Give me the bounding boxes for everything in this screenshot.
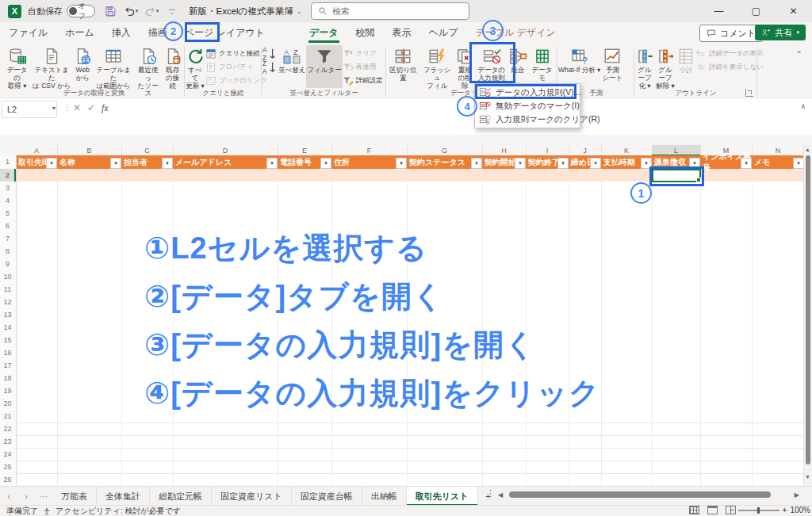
column-header-K[interactable]: K <box>601 145 653 155</box>
excel-logo-icon[interactable]: X <box>8 5 21 18</box>
row-number-6[interactable]: 6 <box>0 220 15 232</box>
search-input[interactable]: 検索 <box>311 2 469 20</box>
ribbon-button[interactable]: すべて 更新 ▾ <box>185 45 205 88</box>
name-box-caret-icon[interactable]: ▾ <box>52 105 56 112</box>
filter-dropdown-icon[interactable]: ▾ <box>46 158 57 169</box>
scroll-right-icon[interactable]: ▶ <box>795 491 799 499</box>
name-box[interactable]: L2 <box>2 101 57 118</box>
filter-dropdown-icon[interactable]: ▾ <box>162 158 173 169</box>
ribbon-button[interactable]: 既存 の接続 <box>162 45 183 88</box>
document-title[interactable]: 新版・Excelの複式事業簿 ⌄ <box>189 6 302 17</box>
row-number-23[interactable]: 23 <box>0 435 15 448</box>
filter-dropdown-icon[interactable]: ▾ <box>741 158 752 169</box>
autosave-switch-icon[interactable]: オフ <box>67 5 95 17</box>
ribbon-small-button[interactable]: ZA <box>262 61 278 74</box>
sheet-tab-3[interactable]: 固定資産リスト <box>212 487 292 506</box>
row-number-26[interactable]: 26 <box>0 473 15 486</box>
filter-dropdown-icon[interactable]: ▾ <box>557 158 569 169</box>
row-number-21[interactable]: 21 <box>0 410 15 422</box>
autosave-toggle[interactable]: 自動保存 オフ <box>28 5 95 17</box>
row-number-19[interactable]: 19 <box>0 384 15 397</box>
customize-button[interactable] <box>165 4 179 18</box>
row-number-12[interactable]: 12 <box>0 296 15 308</box>
column-header-G[interactable]: G <box>407 145 483 155</box>
column-header-A[interactable]: A <box>16 145 58 155</box>
ribbon-button[interactable]: データの 取得 ▾ <box>3 45 31 88</box>
column-header-N[interactable]: N <box>752 145 805 155</box>
row-number-10[interactable]: 10 <box>0 270 15 283</box>
row-number-17[interactable]: 17 <box>0 359 15 372</box>
row-number-15[interactable]: 15 <box>0 334 15 346</box>
sheet-tab-6[interactable]: 取引先リスト <box>407 487 478 506</box>
column-header-I[interactable]: I <box>526 145 569 155</box>
filter-dropdown-icon[interactable]: ▾ <box>515 158 526 169</box>
column-header-L[interactable]: L <box>652 145 701 155</box>
row-number-8[interactable]: 8 <box>0 245 15 258</box>
row-number-11[interactable]: 11 <box>0 283 15 296</box>
insert-function-icon[interactable]: fx <box>102 102 109 114</box>
ribbon-small-button[interactable]: クリア <box>343 48 383 60</box>
row-number-20[interactable]: 20 <box>0 397 15 410</box>
normal-view-icon[interactable] <box>689 506 699 514</box>
zoom-knob[interactable] <box>757 507 760 514</box>
column-header-D[interactable]: D <box>173 145 278 155</box>
sheet-prev-icon[interactable]: ‹ <box>0 487 17 506</box>
column-header-E[interactable]: E <box>278 145 332 155</box>
row-number-16[interactable]: 16 <box>0 346 15 359</box>
sheet-tab-2[interactable]: 総勘定元帳 <box>150 487 212 506</box>
ribbon-tab-7[interactable]: 表示 <box>384 23 420 43</box>
ribbon-tab-9[interactable]: テーブル デザイン <box>466 23 564 43</box>
row-number-7[interactable]: 7 <box>0 232 15 245</box>
ribbon-tab-5[interactable]: データ <box>301 23 347 43</box>
zoom-slider[interactable] <box>738 510 779 511</box>
ribbon-button[interactable]: AZ並べ替え <box>278 45 306 88</box>
menu-item-1[interactable]: 無効データのマーク(I) <box>475 99 580 113</box>
zoom-out-icon[interactable]: − <box>730 506 735 514</box>
ribbon-button[interactable]: 最近使っ たソース <box>134 45 162 88</box>
zoom-level[interactable]: 100% <box>790 506 810 514</box>
ribbon-tab-2[interactable]: 挿入 <box>103 23 140 43</box>
menu-item-2[interactable]: 入力規則マークのクリア(R) <box>475 113 580 126</box>
table-header-D[interactable]: メールアドレス <box>173 155 278 169</box>
share-button[interactable]: 共有 ▾ <box>755 25 806 40</box>
cancel-entry-icon[interactable]: ✕ <box>73 102 81 113</box>
scroll-up-icon[interactable]: ▲ <box>805 147 810 152</box>
ribbon-small-button[interactable]: クエリと接続 <box>205 48 267 60</box>
row-number-4[interactable]: 4 <box>0 194 15 207</box>
filter-dropdown-icon[interactable]: ▾ <box>110 158 121 169</box>
ribbon-small-button[interactable]: プロパティ <box>205 61 267 74</box>
ribbon-button[interactable]: 小計 <box>676 45 696 88</box>
row-number-25[interactable]: 25 <box>0 461 15 473</box>
column-header-F[interactable]: F <box>331 145 408 155</box>
row-number-22[interactable]: 22 <box>0 422 15 435</box>
column-header-H[interactable]: H <box>482 145 527 155</box>
ribbon-small-button[interactable]: AZ <box>262 48 278 60</box>
filter-dropdown-icon[interactable]: ▾ <box>793 158 804 169</box>
row-number-2[interactable]: 2 <box>0 169 15 182</box>
ribbon-small-button[interactable]: ブックのリンク <box>205 75 267 87</box>
ribbon-button[interactable]: データモ デル ▾ <box>528 45 556 88</box>
ribbon-button[interactable]: 予測 シート <box>601 45 623 88</box>
row-number-9[interactable]: 9 <box>0 258 15 270</box>
sheet-tab-4[interactable]: 固定資産台帳 <box>292 487 362 506</box>
sheet-next-icon[interactable]: › <box>17 487 35 506</box>
sheet-menu-dots-icon[interactable]: ⋮ <box>486 488 495 499</box>
ribbon-button[interactable]: フラッシュ フィル <box>420 45 454 88</box>
ribbon-tab-1[interactable]: ホーム <box>56 23 103 43</box>
ribbon-small-button[interactable]: 詳細を表示しない <box>696 61 764 74</box>
formula-bar-expand-icon[interactable]: ∧ <box>800 102 806 110</box>
ribbon-button[interactable]: グループ 解除 ▾ <box>655 45 676 88</box>
minimize-button[interactable]: — <box>700 0 737 22</box>
undo-button[interactable]: ▾ <box>124 4 138 18</box>
horizontal-scrollbar[interactable]: ◀ ▶ <box>498 490 799 499</box>
scroll-left-icon[interactable]: ◀ <box>498 491 503 499</box>
vertical-scroll-thumb[interactable] <box>806 155 810 464</box>
accessibility-status[interactable]: アクセシビリティ: 検討が必要です <box>56 506 181 516</box>
ribbon-tab-0[interactable]: ファイル <box>0 23 56 43</box>
filter-dropdown-icon[interactable]: ▾ <box>590 158 601 169</box>
collapse-ribbon-icon[interactable]: ⌄ <box>796 46 802 55</box>
sheet-tab-0[interactable]: 万能表 <box>52 487 97 506</box>
ribbon-small-button[interactable]: 詳細データの表示 <box>696 48 764 60</box>
row-number-13[interactable]: 13 <box>0 308 15 321</box>
scroll-down-icon[interactable]: ▼ <box>805 474 810 480</box>
